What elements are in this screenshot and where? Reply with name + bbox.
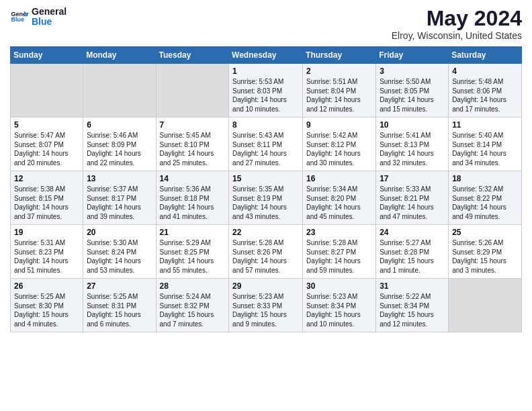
day-info: Sunrise: 5:30 AM Sunset: 8:24 PM Dayligh…	[87, 238, 152, 275]
day-info: Sunrise: 5:45 AM Sunset: 8:10 PM Dayligh…	[160, 131, 226, 167]
header-day-thursday: Thursday	[303, 47, 376, 64]
day-info: Sunrise: 5:50 AM Sunset: 8:05 PM Dayligh…	[380, 77, 445, 113]
day-number: 18	[452, 174, 518, 183]
day-cell: 24Sunrise: 5:27 AM Sunset: 8:28 PM Dayli…	[376, 225, 449, 279]
day-cell: 31Sunrise: 5:22 AM Sunset: 8:34 PM Dayli…	[376, 279, 449, 332]
day-info: Sunrise: 5:47 AM Sunset: 8:07 PM Dayligh…	[14, 131, 79, 167]
day-cell: 5Sunrise: 5:47 AM Sunset: 8:07 PM Daylig…	[11, 118, 83, 171]
logo: General Blue General Blue	[10, 7, 66, 28]
day-number: 29	[232, 281, 299, 291]
day-info: Sunrise: 5:36 AM Sunset: 8:18 PM Dayligh…	[160, 185, 226, 221]
day-cell: 4Sunrise: 5:48 AM Sunset: 8:06 PM Daylig…	[449, 64, 522, 118]
day-number: 16	[306, 174, 372, 183]
day-number: 1	[232, 66, 299, 76]
day-info: Sunrise: 5:24 AM Sunset: 8:32 PM Dayligh…	[160, 292, 226, 328]
header: General Blue General Blue May 2024 Elroy…	[10, 7, 522, 41]
week-row-3: 12Sunrise: 5:38 AM Sunset: 8:15 PM Dayli…	[11, 171, 522, 225]
day-number: 9	[306, 120, 372, 130]
title-block: May 2024 Elroy, Wisconsin, United States	[392, 7, 522, 41]
day-cell: 23Sunrise: 5:28 AM Sunset: 8:27 PM Dayli…	[303, 225, 376, 279]
day-number: 8	[232, 120, 299, 130]
day-number: 2	[306, 66, 372, 76]
day-info: Sunrise: 5:42 AM Sunset: 8:12 PM Dayligh…	[306, 131, 372, 167]
day-info: Sunrise: 5:40 AM Sunset: 8:14 PM Dayligh…	[452, 131, 518, 167]
day-number: 31	[380, 281, 445, 291]
header-day-wednesday: Wednesday	[229, 47, 303, 64]
subtitle: Elroy, Wisconsin, United States	[392, 30, 522, 41]
day-info: Sunrise: 5:46 AM Sunset: 8:09 PM Dayligh…	[87, 131, 152, 167]
day-cell: 19Sunrise: 5:31 AM Sunset: 8:23 PM Dayli…	[11, 225, 83, 279]
day-cell: 27Sunrise: 5:25 AM Sunset: 8:31 PM Dayli…	[83, 279, 156, 332]
logo-icon: General Blue	[10, 7, 29, 26]
header-day-friday: Friday	[376, 47, 449, 64]
day-number: 19	[14, 228, 79, 237]
logo-text-general: General	[32, 7, 66, 17]
day-info: Sunrise: 5:23 AM Sunset: 8:34 PM Dayligh…	[306, 292, 372, 328]
day-cell: 14Sunrise: 5:36 AM Sunset: 8:18 PM Dayli…	[156, 171, 229, 225]
day-cell: 25Sunrise: 5:26 AM Sunset: 8:29 PM Dayli…	[449, 225, 522, 279]
day-cell: 22Sunrise: 5:28 AM Sunset: 8:26 PM Dayli…	[229, 225, 303, 279]
day-cell: 8Sunrise: 5:43 AM Sunset: 8:11 PM Daylig…	[229, 118, 303, 171]
day-info: Sunrise: 5:38 AM Sunset: 8:15 PM Dayligh…	[14, 185, 79, 221]
day-info: Sunrise: 5:51 AM Sunset: 8:04 PM Dayligh…	[306, 77, 372, 113]
day-number: 17	[380, 174, 445, 183]
day-number: 13	[87, 174, 152, 183]
day-number: 26	[14, 281, 79, 291]
day-info: Sunrise: 5:26 AM Sunset: 8:29 PM Dayligh…	[452, 238, 518, 275]
day-cell: 13Sunrise: 5:37 AM Sunset: 8:17 PM Dayli…	[83, 171, 156, 225]
calendar-header: SundayMondayTuesdayWednesdayThursdayFrid…	[11, 47, 522, 64]
day-info: Sunrise: 5:23 AM Sunset: 8:33 PM Dayligh…	[232, 292, 299, 328]
day-cell	[83, 64, 156, 118]
day-cell: 7Sunrise: 5:45 AM Sunset: 8:10 PM Daylig…	[156, 118, 229, 171]
calendar: SundayMondayTuesdayWednesdayThursdayFrid…	[10, 46, 522, 332]
header-day-monday: Monday	[83, 47, 156, 64]
day-number: 5	[14, 120, 79, 130]
day-cell	[11, 64, 83, 118]
day-info: Sunrise: 5:27 AM Sunset: 8:28 PM Dayligh…	[380, 238, 445, 275]
page: General Blue General Blue May 2024 Elroy…	[0, 0, 532, 411]
day-cell	[449, 279, 522, 332]
day-number: 11	[452, 120, 518, 130]
week-row-4: 19Sunrise: 5:31 AM Sunset: 8:23 PM Dayli…	[11, 225, 522, 279]
day-info: Sunrise: 5:37 AM Sunset: 8:17 PM Dayligh…	[87, 185, 152, 221]
day-info: Sunrise: 5:53 AM Sunset: 8:03 PM Dayligh…	[232, 77, 299, 113]
day-cell: 28Sunrise: 5:24 AM Sunset: 8:32 PM Dayli…	[156, 279, 229, 332]
main-title: May 2024	[392, 7, 522, 30]
week-row-1: 1Sunrise: 5:53 AM Sunset: 8:03 PM Daylig…	[11, 64, 522, 118]
day-info: Sunrise: 5:33 AM Sunset: 8:21 PM Dayligh…	[380, 185, 445, 221]
day-number: 23	[306, 228, 372, 237]
day-number: 15	[232, 174, 299, 183]
day-cell: 2Sunrise: 5:51 AM Sunset: 8:04 PM Daylig…	[303, 64, 376, 118]
day-cell: 3Sunrise: 5:50 AM Sunset: 8:05 PM Daylig…	[376, 64, 449, 118]
day-cell: 20Sunrise: 5:30 AM Sunset: 8:24 PM Dayli…	[83, 225, 156, 279]
day-number: 30	[306, 281, 372, 291]
day-cell: 6Sunrise: 5:46 AM Sunset: 8:09 PM Daylig…	[83, 118, 156, 171]
day-number: 3	[380, 66, 445, 76]
header-day-sunday: Sunday	[11, 47, 83, 64]
day-info: Sunrise: 5:31 AM Sunset: 8:23 PM Dayligh…	[14, 238, 79, 275]
day-number: 4	[452, 66, 518, 76]
day-info: Sunrise: 5:25 AM Sunset: 8:30 PM Dayligh…	[14, 292, 79, 328]
day-cell: 18Sunrise: 5:32 AM Sunset: 8:22 PM Dayli…	[449, 171, 522, 225]
day-cell: 16Sunrise: 5:34 AM Sunset: 8:20 PM Dayli…	[303, 171, 376, 225]
day-number: 10	[380, 120, 445, 130]
day-number: 20	[87, 228, 152, 237]
day-info: Sunrise: 5:34 AM Sunset: 8:20 PM Dayligh…	[306, 185, 372, 221]
day-info: Sunrise: 5:32 AM Sunset: 8:22 PM Dayligh…	[452, 185, 518, 221]
day-info: Sunrise: 5:28 AM Sunset: 8:27 PM Dayligh…	[306, 238, 372, 275]
day-cell: 26Sunrise: 5:25 AM Sunset: 8:30 PM Dayli…	[11, 279, 83, 332]
day-info: Sunrise: 5:48 AM Sunset: 8:06 PM Dayligh…	[452, 77, 518, 113]
day-number: 25	[452, 228, 518, 237]
day-number: 24	[380, 228, 445, 237]
day-cell: 15Sunrise: 5:35 AM Sunset: 8:19 PM Dayli…	[229, 171, 303, 225]
svg-text:Blue: Blue	[11, 16, 24, 23]
day-info: Sunrise: 5:29 AM Sunset: 8:25 PM Dayligh…	[160, 238, 226, 275]
day-cell: 29Sunrise: 5:23 AM Sunset: 8:33 PM Dayli…	[229, 279, 303, 332]
header-row: SundayMondayTuesdayWednesdayThursdayFrid…	[11, 47, 522, 64]
day-cell: 9Sunrise: 5:42 AM Sunset: 8:12 PM Daylig…	[303, 118, 376, 171]
header-day-saturday: Saturday	[449, 47, 522, 64]
day-info: Sunrise: 5:22 AM Sunset: 8:34 PM Dayligh…	[380, 292, 445, 328]
day-info: Sunrise: 5:41 AM Sunset: 8:13 PM Dayligh…	[380, 131, 445, 167]
day-number: 12	[14, 174, 79, 183]
logo-text-blue: Blue	[32, 17, 66, 27]
